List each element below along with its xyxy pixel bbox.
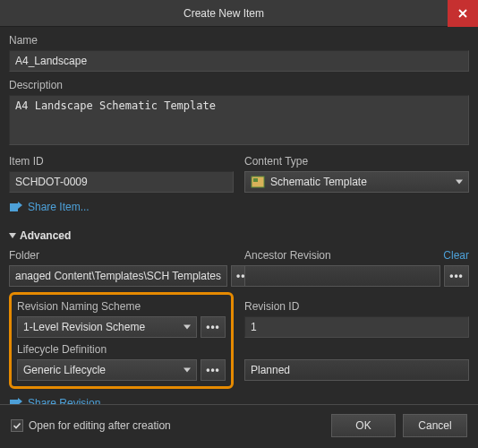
highlighted-region: Revision Naming Scheme 1-Level Revision … [9, 292, 234, 389]
bottom-bar: Open for editing after creation OK Cance… [0, 404, 478, 448]
lifecycle-value: Generic Lifecycle [23, 364, 106, 376]
cancel-button[interactable]: Cancel [403, 414, 467, 437]
revision-scheme-label: Revision Naming Scheme [17, 300, 226, 313]
folder-value: anaged Content\Templates\SCH Templates [15, 270, 221, 282]
ellipsis-icon: ••• [206, 364, 220, 376]
titlebar: Create New Item [0, 0, 478, 27]
name-input[interactable] [9, 50, 469, 72]
lifecycle-browse-button[interactable]: ••• [201, 359, 226, 381]
chevron-down-icon [456, 180, 463, 185]
lifecycle-state-spacer [244, 343, 469, 356]
ellipsis-icon: ••• [206, 321, 220, 333]
description-input[interactable]: A4 Landscape Schematic Template [9, 95, 469, 145]
dialog-body: Name Description A4 Landscape Schematic … [0, 27, 478, 427]
share-item-label: Share Item... [28, 201, 90, 213]
name-label: Name [9, 34, 469, 47]
content-type-label: Content Type [244, 155, 469, 168]
content-type-value: Schematic Template [270, 176, 367, 188]
chevron-down-icon [9, 233, 16, 238]
advanced-toggle[interactable]: Advanced [9, 229, 71, 242]
advanced-label: Advanced [20, 229, 71, 242]
share-item-link[interactable]: Share Item... [9, 200, 90, 214]
lifecycle-dropdown[interactable]: Generic Lifecycle [17, 359, 197, 381]
revision-scheme-browse-button[interactable]: ••• [201, 316, 226, 338]
window-title: Create New Item [0, 7, 448, 20]
ancestor-field[interactable] [244, 265, 440, 287]
share-item-icon [9, 200, 23, 214]
chevron-down-icon [184, 325, 191, 330]
folder-label: Folder [9, 249, 234, 262]
open-after-checkbox-wrap[interactable]: Open for editing after creation [11, 419, 171, 432]
lifecycle-state-value: Planned [251, 364, 290, 376]
close-button[interactable] [448, 0, 478, 27]
svg-rect-2 [253, 178, 258, 182]
open-after-checkbox[interactable] [11, 419, 23, 432]
description-label: Description [9, 79, 469, 91]
item-id-input[interactable] [9, 171, 234, 193]
ellipsis-icon: ••• [449, 270, 464, 282]
ancestor-clear-link[interactable]: Clear [443, 249, 469, 262]
lifecycle-state-field: Planned [244, 359, 469, 381]
open-after-label: Open for editing after creation [29, 419, 171, 432]
lifecycle-label: Lifecycle Definition [17, 343, 226, 356]
check-icon [13, 421, 21, 430]
ancestor-browse-button[interactable]: ••• [444, 265, 469, 287]
ok-button[interactable]: OK [331, 414, 396, 437]
revision-id-input[interactable] [244, 316, 469, 338]
ancestor-label: Ancestor Revision [244, 249, 331, 262]
item-id-label: Item ID [9, 155, 234, 168]
revision-id-label: Revision ID [244, 300, 469, 313]
content-type-dropdown[interactable]: Schematic Template [244, 171, 469, 193]
svg-rect-3 [10, 203, 18, 211]
folder-field[interactable]: anaged Content\Templates\SCH Templates [9, 265, 227, 287]
chevron-down-icon [184, 368, 191, 373]
close-icon [458, 9, 467, 18]
revision-scheme-dropdown[interactable]: 1-Level Revision Scheme [17, 316, 197, 338]
schematic-template-icon [251, 175, 265, 189]
revision-scheme-value: 1-Level Revision Scheme [23, 321, 145, 333]
